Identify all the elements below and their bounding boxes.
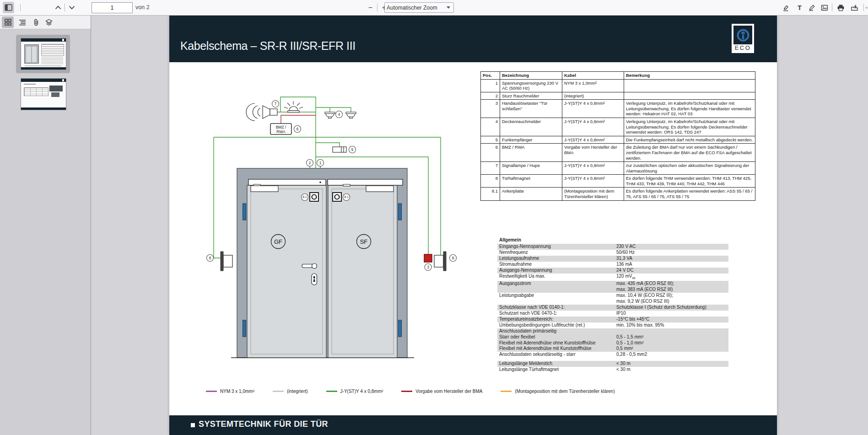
toolbar-separator — [65, 4, 65, 11]
table-row: 7Signallampe / HupeJ-Y(ST)Y 4 x 0,8mm²zu… — [481, 162, 755, 175]
layers-view-button[interactable] — [43, 16, 55, 28]
thumbnail-page-1-preview — [21, 38, 66, 70]
spec-label: Umbebungsbedingungen Luftfeuchte (rel.) — [497, 322, 615, 328]
thumbnails-icon — [5, 19, 11, 26]
spec-row: Schutzklasse nach VDE 0140-1:Schutzklass… — [497, 305, 728, 311]
document-footer-text: SYSTEMTECHNIK FÜR DIE TÜR — [199, 419, 328, 429]
components-table: Pos. Bezeichnung Kabel Bemerkung 1Spannu… — [480, 71, 755, 201]
callout-number: 4 — [338, 113, 340, 117]
table-cell: Es dürfen folgende Ankerplatten verwende… — [624, 188, 755, 200]
chevron-down-icon — [69, 5, 75, 10]
spec-value: < 30 m — [615, 361, 728, 367]
table-cell: Signallampe / Hupe — [500, 162, 562, 175]
spec-value: < 30 m — [615, 367, 728, 373]
sidebar-toggle-button[interactable] — [3, 2, 14, 13]
table-cell — [624, 79, 755, 92]
spec-row: Leitungslänge Melderstich< 30 m — [497, 361, 728, 367]
door-leaf-sf — [328, 185, 397, 358]
spec-label: Restwelligkeit Ua max. — [497, 274, 615, 281]
page-number-input[interactable] — [92, 2, 133, 13]
toolbar-separator — [863, 4, 864, 11]
mini-footer — [21, 67, 66, 70]
spec-row: Anschlussdaten primärseitig Starr oder f… — [497, 328, 728, 352]
callout-number: 8.1 — [303, 195, 307, 199]
spec-value: -15°C bis +45°C — [615, 317, 728, 322]
pdf-viewer-window: von 2 − + Automatischer Zoom T — [0, 0, 868, 435]
toolbar: von 2 − + Automatischer Zoom T — [0, 0, 868, 16]
table-cell: (integriert) — [562, 92, 624, 100]
anchor-plate-icon — [310, 193, 318, 201]
print-button[interactable] — [835, 2, 846, 13]
highlight-tool-button[interactable] — [780, 2, 791, 13]
spec-label: Eingangs-Nennspannung — [497, 244, 615, 250]
table-row: 3Handauslösetaster "Tür schließen"J-Y(ST… — [481, 100, 755, 118]
spec-row: Temperatureinsatzbereich:-15°C bis +45°C — [497, 317, 728, 322]
wall-magnet-icon — [221, 252, 232, 271]
draw-tool-button[interactable] — [806, 2, 817, 13]
legend-item: NYM 3 x 1,0mm² — [206, 389, 254, 394]
smoke-detector-icon — [325, 112, 335, 118]
toolbar-separator — [20, 4, 21, 11]
eco-emblem-icon — [733, 26, 752, 44]
thumbnail-page-1[interactable] — [16, 35, 70, 73]
sidebar — [0, 16, 91, 435]
thumbnail-page-2[interactable] — [21, 78, 66, 110]
spec-label: Stromaufnahme — [497, 262, 615, 268]
spec-row: Schutzart nach VDE 0470-1:IP10 — [497, 311, 728, 317]
column-header: Bemerkung — [624, 72, 755, 80]
save-button[interactable] — [849, 2, 860, 13]
chevron-up-icon — [55, 5, 61, 10]
pdf-page: Kabelschema – SR-R III/SR-EFR III ECO Po… — [169, 16, 777, 435]
spec-label: Schutzart nach VDE 0470-1: — [497, 311, 615, 317]
zoom-select[interactable]: Automatischer Zoom — [384, 2, 454, 13]
thumbnails-view-button[interactable] — [2, 16, 14, 28]
double-chevron-icon — [865, 5, 868, 11]
sidebar-resizer[interactable] — [91, 16, 91, 435]
spec-row: Stromaufnahme136 mA — [497, 262, 728, 268]
radio-receiver-icon — [333, 147, 346, 152]
table-cell: J-Y(ST)Y 4 x 0,8mm² — [562, 175, 624, 188]
spec-label: Leitungslänge Melderstich — [497, 361, 615, 367]
legend-item: (integriert) — [273, 389, 308, 394]
spec-value: 136 mA — [615, 262, 728, 268]
previous-page-button[interactable] — [52, 2, 64, 13]
spec-label: Ausgangsstrom — [497, 281, 615, 293]
attachments-view-button[interactable] — [30, 16, 42, 28]
specs-title: Allgemein — [497, 237, 728, 244]
zoom-out-button[interactable]: − — [365, 2, 376, 13]
eco-logo: ECO — [732, 24, 754, 53]
legend-label: J-Y(ST)Y 4 x 0,8mm² — [340, 389, 383, 394]
spec-value: 24 V DC — [615, 268, 728, 274]
spec-row: Eingangs-Nennspannung230 V AC — [497, 244, 728, 250]
outline-view-button[interactable] — [16, 16, 28, 28]
image-tool-button[interactable] — [819, 2, 830, 13]
outline-icon — [19, 19, 26, 26]
more-tools-button[interactable] — [865, 2, 868, 13]
mini-header — [21, 38, 66, 42]
callout-number: 6 — [297, 127, 299, 131]
column-header: Bezeichnung — [500, 72, 562, 80]
legend-label: NYM 3 x 1,0mm² — [220, 389, 254, 394]
table-cell: J-Y(ST)Y 4 x 0,8mm² — [562, 100, 624, 118]
callout-number: 8 — [452, 256, 454, 260]
table-cell: Vorgabe vom Hersteller der BMA — [562, 144, 624, 162]
minus-icon: − — [368, 4, 372, 11]
spec-row: Umbebungsbedingungen Luftfeuchte (rel.)m… — [497, 322, 728, 328]
spec-label: Anschlussdaten sekundärseitig - starr — [497, 352, 615, 358]
table-cell: Spannungsversorgung 230 V AC (50/60 Hz) — [500, 79, 562, 92]
table-cell: Handauslösetaster "Tür schließen" — [500, 100, 562, 118]
document-title: Kabelschema – SR-R III/SR-EFR III — [180, 39, 356, 53]
eco-logo-text: ECO — [735, 44, 751, 51]
table-cell: die Zuleitung der BMA darf nur von einem… — [624, 144, 755, 162]
sidebar-toggle-icon — [5, 4, 12, 11]
callout-number: 3 — [427, 265, 429, 269]
spec-value: 0,28 - 0,5 mm2 — [615, 352, 728, 358]
highlighter-icon — [782, 4, 789, 11]
text-tool-button[interactable]: T — [794, 2, 805, 13]
paperclip-icon — [33, 19, 39, 26]
text-tool-icon: T — [798, 4, 802, 11]
next-page-button[interactable] — [66, 2, 77, 13]
spec-row: Ausgangs-Nennspannung24 V DC — [497, 268, 728, 274]
spec-value: 50/60 Hz — [615, 250, 728, 256]
spec-value: 120 mVss — [615, 274, 728, 281]
